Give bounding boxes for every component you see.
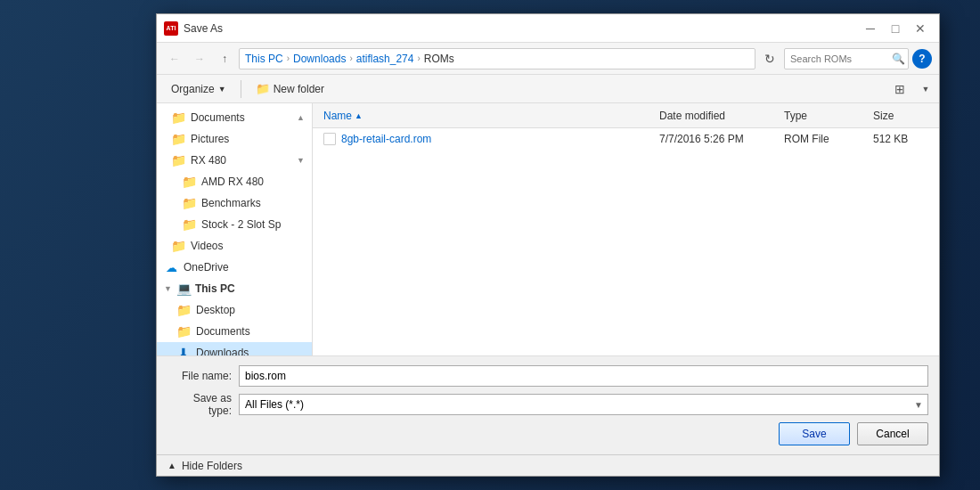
hide-folders-label: Hide Folders xyxy=(182,460,242,472)
breadcrumb-atiflash[interactable]: atiflash_274 xyxy=(356,53,414,65)
hide-folders-arrow-icon: ▲ xyxy=(167,461,176,470)
dialog-title: Save As xyxy=(184,22,859,35)
breadcrumb-roms: ROMs xyxy=(424,53,454,65)
nav-item-label: OneDrive xyxy=(184,261,229,274)
help-button[interactable]: ? xyxy=(912,49,932,69)
col-header-date[interactable]: Date modified xyxy=(656,103,780,127)
filename-label: File name: xyxy=(167,370,239,382)
nav-item-label: Stock - 2 Slot Sp xyxy=(201,218,281,231)
folder-icon: 📁 xyxy=(176,303,191,317)
new-folder-button[interactable]: 📁 New folder xyxy=(249,78,331,100)
nav-item-label: Documents xyxy=(196,325,250,338)
nav-item-stock2slot[interactable]: 📁 Stock - 2 Slot Sp xyxy=(157,214,312,235)
hide-folders-bar[interactable]: ▲ Hide Folders xyxy=(157,454,939,476)
chevron-down-icon: ▼ xyxy=(164,284,172,293)
window-controls: ─ □ ✕ xyxy=(859,19,932,38)
computer-icon: 💻 xyxy=(177,282,192,296)
new-folder-icon: 📁 xyxy=(256,82,270,95)
folder-icon: 📁 xyxy=(182,175,196,189)
expand-icon: ▲ xyxy=(297,113,305,122)
forward-button[interactable]: → xyxy=(189,48,210,69)
nav-item-videos[interactable]: 📁 Videos xyxy=(157,235,312,257)
view-options-button[interactable]: ⊞ xyxy=(887,78,912,100)
sort-arrow-icon: ▲ xyxy=(355,111,363,120)
nav-item-label: Downloads xyxy=(196,347,249,355)
nav-item-label: Documents xyxy=(191,111,245,124)
content-area: 📁 Documents ▲ 📁 Pictures 📁 RX 480 ▼ 📁 AM… xyxy=(157,103,939,355)
nav-item-label: Desktop xyxy=(196,304,235,316)
nav-item-this-pc[interactable]: ▼ 💻 This PC xyxy=(157,278,312,299)
nav-item-label: This PC xyxy=(195,282,235,295)
file-list: 8gb-retail-card.rom 7/7/2016 5:26 PM ROM… xyxy=(313,128,939,355)
file-name-cell: 8gb-retail-card.rom xyxy=(320,133,656,145)
folder-icon: 📁 xyxy=(171,110,185,125)
refresh-button[interactable]: ↻ xyxy=(759,48,780,69)
save-button[interactable]: Save xyxy=(779,422,850,445)
up-button[interactable]: ↑ xyxy=(214,48,235,69)
search-input[interactable] xyxy=(784,48,909,69)
nav-item-documents[interactable]: 📁 Documents ▲ xyxy=(157,107,312,128)
breadcrumb-this-pc[interactable]: This PC xyxy=(245,53,283,65)
onedrive-icon: ☁ xyxy=(164,260,178,274)
nav-item-pictures[interactable]: 📁 Pictures xyxy=(157,128,312,150)
folder-icon: 📁 xyxy=(182,217,196,232)
nav-item-rx480[interactable]: 📁 RX 480 ▼ xyxy=(157,150,312,171)
nav-item-label: Benchmarks xyxy=(201,197,261,209)
close-button[interactable]: ✕ xyxy=(909,19,932,38)
view-arrow-button[interactable]: ▼ xyxy=(919,78,932,100)
folder-icon: 📁 xyxy=(176,324,191,339)
nav-item-label: RX 480 xyxy=(191,154,226,167)
expand-icon: ▼ xyxy=(297,156,305,165)
filename-row: File name: xyxy=(167,363,928,388)
maximize-button[interactable]: □ xyxy=(884,19,907,38)
file-list-header: Name ▲ Date modified Type Size xyxy=(313,103,939,128)
search-area: 🔍 xyxy=(784,48,909,69)
nav-item-benchmarks[interactable]: 📁 Benchmarks xyxy=(157,192,312,214)
nav-item-documents2[interactable]: 📁 Documents xyxy=(157,321,312,342)
col-header-type[interactable]: Type xyxy=(780,103,870,127)
nav-panel: 📁 Documents ▲ 📁 Pictures 📁 RX 480 ▼ 📁 AM… xyxy=(157,103,313,355)
address-bar: ← → ↑ This PC › Downloads › atiflash_274… xyxy=(157,43,939,75)
dialog-icon: ATI xyxy=(164,21,178,36)
bottom-bar: File name: Save as type: All Files (*.*)… xyxy=(157,355,939,454)
file-size: 512 KB xyxy=(870,133,932,145)
downloads-icon: ⬇ xyxy=(176,346,191,355)
filetype-label: Save as type: xyxy=(167,392,239,417)
cancel-button[interactable]: Cancel xyxy=(857,422,928,445)
file-icon xyxy=(323,133,336,145)
filetype-row: Save as type: All Files (*.*) ▼ xyxy=(167,392,928,417)
nav-item-onedrive[interactable]: ☁ OneDrive xyxy=(157,257,312,278)
toolbar: Organize ▼ 📁 New folder ⊞ ▼ xyxy=(157,75,939,103)
minimize-button[interactable]: ─ xyxy=(859,19,882,38)
filetype-select[interactable]: All Files (*.*) xyxy=(239,394,928,415)
file-date: 7/7/2016 5:26 PM xyxy=(656,133,780,145)
nav-item-downloads[interactable]: ⬇ Downloads xyxy=(157,342,312,355)
nav-item-label: Videos xyxy=(191,240,223,252)
nav-item-label: AMD RX 480 xyxy=(201,176,264,188)
action-row: Save Cancel xyxy=(167,422,928,447)
nav-item-desktop[interactable]: 📁 Desktop xyxy=(157,299,312,321)
table-row[interactable]: 8gb-retail-card.rom 7/7/2016 5:26 PM ROM… xyxy=(313,128,939,150)
filename-input[interactable] xyxy=(239,365,928,387)
col-header-size[interactable]: Size xyxy=(870,103,932,127)
organize-button[interactable]: Organize ▼ xyxy=(164,78,233,100)
folder-icon: 📁 xyxy=(171,239,185,253)
title-bar: ATI Save As ─ □ ✕ xyxy=(157,14,939,43)
folder-icon: 📁 xyxy=(182,196,196,210)
file-type: ROM File xyxy=(780,133,870,145)
file-name: 8gb-retail-card.rom xyxy=(341,133,431,145)
nav-item-label: Pictures xyxy=(191,133,229,145)
save-as-dialog: ATI Save As ─ □ ✕ ← → ↑ This PC › Downlo… xyxy=(156,13,940,477)
breadcrumb-downloads[interactable]: Downloads xyxy=(293,53,346,65)
folder-icon: 📁 xyxy=(171,153,185,167)
file-area: Name ▲ Date modified Type Size xyxy=(313,103,939,355)
folder-icon: 📁 xyxy=(171,132,185,146)
filetype-select-wrap: All Files (*.*) ▼ xyxy=(239,394,928,415)
search-button[interactable]: 🔍 xyxy=(892,53,905,65)
back-button[interactable]: ← xyxy=(164,48,185,69)
nav-item-amd-rx480[interactable]: 📁 AMD RX 480 xyxy=(157,171,312,192)
breadcrumb: This PC › Downloads › atiflash_274 › ROM… xyxy=(239,48,755,69)
col-header-name[interactable]: Name ▲ xyxy=(320,103,656,127)
toolbar-separator xyxy=(241,80,241,98)
